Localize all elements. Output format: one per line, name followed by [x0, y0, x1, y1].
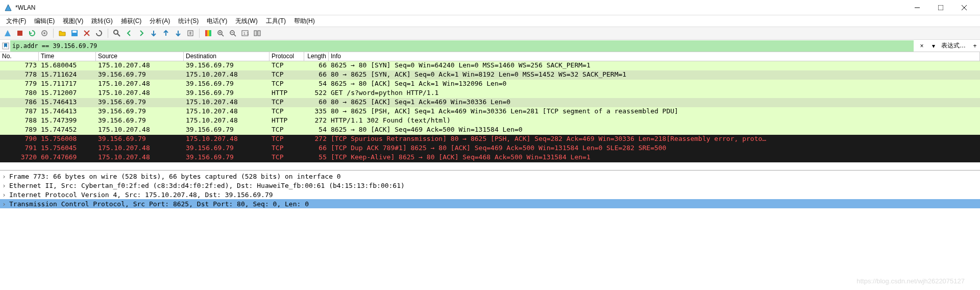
cell-length: 66 — [304, 144, 329, 153]
cell-no: 773 — [0, 61, 39, 70]
cell-time: 15.680045 — [39, 61, 96, 70]
svg-line-22 — [234, 34, 236, 36]
column-info[interactable]: Info — [329, 52, 980, 61]
column-length[interactable]: Length — [304, 52, 329, 61]
go-previous-button[interactable] — [124, 28, 135, 39]
cell-source: 39.156.69.79 — [96, 135, 184, 144]
cell-source: 175.10.207.48 — [96, 80, 184, 89]
column-source[interactable]: Source — [96, 52, 184, 61]
expand-arrow-icon[interactable]: › — [2, 191, 9, 199]
cell-info: [TCP Spurious Retransmission] 80 → 8625 … — [329, 135, 980, 144]
restart-capture-button[interactable] — [27, 28, 38, 39]
cell-destination: 175.10.207.48 — [184, 98, 270, 107]
column-time[interactable]: Time — [39, 52, 96, 61]
zoom-in-button[interactable] — [215, 28, 226, 39]
close-button[interactable] — [952, 0, 976, 15]
cell-no: 791 — [0, 144, 39, 153]
zoom-out-button[interactable] — [227, 28, 238, 39]
cell-source: 175.10.207.48 — [96, 61, 184, 70]
packet-row[interactable]: 78815.74739939.156.69.79175.10.207.48HTT… — [0, 116, 980, 126]
menu-telephony[interactable]: 电话(Y) — [203, 16, 231, 27]
titlebar: *WLAN — [0, 0, 980, 15]
close-file-button[interactable] — [81, 28, 92, 39]
stop-capture-button[interactable] — [14, 28, 26, 39]
cell-protocol: TCP — [270, 80, 304, 89]
packet-row[interactable]: 77915.711717175.10.207.4839.156.69.79TCP… — [0, 80, 980, 89]
packet-row[interactable]: 372060.747669175.10.207.4839.156.69.79TC… — [0, 153, 980, 162]
packet-row[interactable]: 79015.75600839.156.69.79175.10.207.48TCP… — [0, 135, 980, 144]
cell-time: 15.756045 — [39, 144, 96, 153]
cell-destination: 39.156.69.79 — [184, 80, 270, 89]
packet-row[interactable]: 78715.74641339.156.69.79175.10.207.48TCP… — [0, 107, 980, 116]
cell-info: HTTP/1.1 302 Found (text/html) — [329, 116, 980, 126]
packet-list[interactable]: No. Time Source Destination Protocol Len… — [0, 52, 980, 171]
menu-analyze[interactable]: 分析(A) — [145, 16, 174, 27]
add-filter-button[interactable]: + — [970, 42, 980, 50]
cell-source: 39.156.69.79 — [96, 98, 184, 107]
packet-details[interactable]: ›Frame 773: 66 bytes on wire (528 bits),… — [0, 171, 980, 209]
detail-text: Internet Protocol Version 4, Src: 175.10… — [9, 191, 273, 199]
cell-source: 175.10.207.48 — [96, 153, 184, 162]
menu-help[interactable]: 帮助(H) — [290, 16, 319, 27]
detail-tree-item[interactable]: ›Internet Protocol Version 4, Src: 175.1… — [0, 190, 980, 199]
open-file-button[interactable] — [57, 28, 68, 39]
menu-view[interactable]: 视图(V) — [59, 16, 87, 27]
packet-row[interactable]: 78015.712007175.10.207.4839.156.69.79HTT… — [0, 89, 980, 98]
maximize-button[interactable] — [929, 0, 952, 15]
display-filter-input[interactable] — [10, 40, 914, 52]
expand-arrow-icon[interactable]: › — [2, 182, 9, 189]
detail-tree-item[interactable]: ›Transmission Control Protocol, Src Port… — [0, 199, 980, 208]
capture-options-button[interactable] — [39, 28, 50, 39]
menu-statistics[interactable]: 统计(S) — [174, 16, 203, 27]
packet-row[interactable]: 78915.747452175.10.207.4839.156.69.79TCP… — [0, 126, 980, 135]
cell-info: [TCP Keep-Alive] 8625 → 80 [ACK] Seq=468… — [329, 153, 980, 162]
column-protocol[interactable]: Protocol — [270, 52, 304, 61]
expand-arrow-icon[interactable]: › — [2, 173, 9, 180]
colorize-button[interactable] — [203, 28, 214, 39]
bookmark-filter-icon[interactable] — [1, 41, 10, 51]
packet-row[interactable]: 78615.74641339.156.69.79175.10.207.48TCP… — [0, 98, 980, 107]
cell-length: 272 — [304, 135, 329, 144]
start-capture-button[interactable] — [2, 28, 13, 39]
detail-text: Ethernet II, Src: Cybertan_f0:2f:ed (c8:… — [9, 182, 405, 189]
expand-arrow-icon[interactable]: › — [2, 200, 9, 208]
resize-columns-button[interactable] — [252, 28, 263, 39]
packet-row[interactable]: 79115.756045175.10.207.4839.156.69.79TCP… — [0, 144, 980, 153]
menu-go[interactable]: 跳转(G) — [87, 16, 116, 27]
cell-length: 54 — [304, 80, 329, 89]
expression-button[interactable]: 表达式… — [937, 41, 970, 50]
menu-file[interactable]: 文件(F) — [2, 16, 30, 27]
minimize-button[interactable] — [905, 0, 929, 15]
filter-dropdown-icon[interactable]: ▾ — [930, 42, 937, 50]
cell-destination: 39.156.69.79 — [184, 144, 270, 153]
packet-row[interactable]: 77815.71162439.156.69.79175.10.207.48TCP… — [0, 70, 980, 80]
go-last-button[interactable] — [173, 28, 184, 39]
cell-protocol: TCP — [270, 153, 304, 162]
reload-button[interactable] — [93, 28, 105, 39]
column-destination[interactable]: Destination — [184, 52, 270, 61]
autoscroll-button[interactable] — [185, 28, 196, 39]
go-first-button[interactable] — [160, 28, 172, 39]
menu-tools[interactable]: 工具(T) — [262, 16, 290, 27]
save-file-button[interactable] — [69, 28, 80, 39]
cell-protocol: TCP — [270, 135, 304, 144]
detail-text: Frame 773: 66 bytes on wire (528 bits), … — [9, 173, 341, 180]
menu-wireless[interactable]: 无线(W) — [231, 16, 261, 27]
detail-tree-item[interactable]: ›Ethernet II, Src: Cybertan_f0:2f:ed (c8… — [0, 181, 980, 190]
detail-tree-item[interactable]: ›Frame 773: 66 bytes on wire (528 bits),… — [0, 172, 980, 181]
cell-no: 3720 — [0, 153, 39, 162]
go-next-button[interactable] — [136, 28, 147, 39]
cell-source: 175.10.207.48 — [96, 144, 184, 153]
menu-edit[interactable]: 编辑(E) — [30, 16, 59, 27]
clear-filter-button[interactable]: × — [914, 42, 930, 50]
packet-row[interactable]: 77315.680045175.10.207.4839.156.69.79TCP… — [0, 61, 980, 70]
menu-capture[interactable]: 捕获(C) — [117, 16, 146, 27]
app-icon — [4, 4, 12, 12]
cell-time: 15.756008 — [39, 135, 96, 144]
column-no[interactable]: No. — [0, 52, 39, 61]
cell-length: 66 — [304, 70, 329, 80]
go-to-packet-button[interactable] — [148, 28, 159, 39]
packet-list-header[interactable]: No. Time Source Destination Protocol Len… — [0, 52, 980, 61]
find-packet-button[interactable] — [111, 28, 122, 39]
zoom-reset-button[interactable]: 1:1 — [239, 28, 251, 39]
